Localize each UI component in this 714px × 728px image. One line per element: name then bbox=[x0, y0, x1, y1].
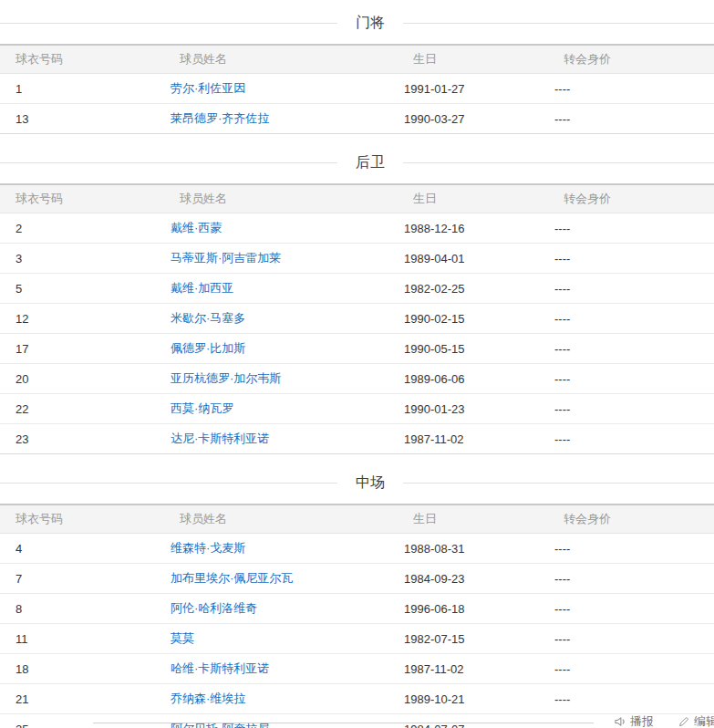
birthday-cell: 1990-03-27 bbox=[388, 104, 539, 134]
player-name-link[interactable]: 哈维·卡斯特利亚诺 bbox=[171, 661, 269, 675]
player-name-link[interactable]: 乔纳森·维埃拉 bbox=[171, 692, 245, 705]
player-name-cell: 戴维·加西亚 bbox=[155, 274, 388, 304]
jersey-number-cell: 23 bbox=[0, 424, 155, 454]
player-name-link[interactable]: 莫莫 bbox=[171, 631, 194, 645]
jersey-number-cell: 1 bbox=[0, 74, 155, 104]
section-header-defenders: 后卫 bbox=[0, 153, 714, 172]
transfer-value-cell: ---- bbox=[539, 684, 714, 714]
transfer-value-cell: ---- bbox=[539, 274, 714, 304]
birthday-cell: 1988-08-31 bbox=[388, 534, 539, 564]
player-name-link[interactable]: 阿伦·哈利洛维奇 bbox=[171, 601, 257, 615]
transfer-value-cell: ---- bbox=[539, 424, 714, 454]
player-name-cell: 加布里埃尔·佩尼亚尔瓦 bbox=[155, 564, 388, 594]
jersey-number-cell: 17 bbox=[0, 334, 155, 364]
player-name-link[interactable]: 加布里埃尔·佩尼亚尔瓦 bbox=[171, 571, 293, 585]
transfer-value-cell: ---- bbox=[539, 364, 714, 394]
col-header-transfer-value: 转会身价 bbox=[539, 504, 714, 534]
table-row: 13 莱昂德罗·齐齐佐拉 1990-03-27 ---- bbox=[0, 104, 714, 134]
defenders-table: 球衣号码 球员姓名 生日 转会身价 2 戴维·西蒙 1988-12-16 ---… bbox=[0, 183, 714, 454]
col-header-transfer-value: 转会身价 bbox=[539, 45, 714, 74]
transfer-value-cell: ---- bbox=[539, 74, 714, 104]
player-name-link[interactable]: 佩德罗·比加斯 bbox=[171, 341, 245, 355]
col-header-jersey-number: 球衣号码 bbox=[0, 504, 155, 534]
col-header-jersey-number: 球衣号码 bbox=[0, 45, 155, 74]
col-header-birthday: 生日 bbox=[388, 504, 539, 534]
table-header-row: 球衣号码 球员姓名 生日 转会身价 bbox=[0, 45, 714, 74]
divider-line bbox=[403, 483, 714, 484]
divider-line bbox=[0, 23, 337, 24]
jersey-number-cell: 3 bbox=[0, 244, 155, 274]
transfer-value-cell: ---- bbox=[539, 213, 714, 244]
player-name-link[interactable]: 达尼·卡斯特利亚诺 bbox=[171, 432, 269, 445]
jersey-number-cell: 4 bbox=[0, 534, 155, 564]
player-name-link[interactable]: 戴维·西蒙 bbox=[171, 221, 222, 234]
divider-line bbox=[0, 162, 337, 163]
table-row: 8 阿伦·哈利洛维奇 1996-06-18 ---- bbox=[0, 594, 714, 624]
table-row: 1 劳尔·利佐亚因 1991-01-27 ---- bbox=[0, 74, 714, 104]
section-actions: 播报 编辑 bbox=[614, 713, 714, 728]
transfer-value-cell: ---- bbox=[539, 624, 714, 654]
roster-content: 门将 球衣号码 球员姓名 生日 转会身价 1 劳尔·利佐亚因 1991-01-2… bbox=[0, 14, 714, 728]
player-name-cell: 阿尔贝托·阿奎拉尼 bbox=[155, 714, 388, 728]
transfer-value-cell: ---- bbox=[539, 394, 714, 424]
jersey-number-cell: 8 bbox=[0, 594, 155, 624]
jersey-number-cell: 11 bbox=[0, 624, 155, 654]
transfer-value-cell: ---- bbox=[539, 594, 714, 624]
broadcast-label: 播报 bbox=[630, 713, 654, 728]
divider-line bbox=[403, 162, 714, 163]
jersey-number-cell: 21 bbox=[0, 684, 155, 714]
player-name-link[interactable]: 维森特·戈麦斯 bbox=[171, 541, 245, 555]
divider-line bbox=[0, 483, 337, 484]
birthday-cell: 1984-09-23 bbox=[388, 564, 539, 594]
roster-page: 门将 球衣号码 球员姓名 生日 转会身价 1 劳尔·利佐亚因 1991-01-2… bbox=[0, 0, 714, 728]
player-name-cell: 达尼·卡斯特利亚诺 bbox=[155, 424, 388, 454]
player-name-cell: 马蒂亚斯·阿吉雷加莱 bbox=[155, 244, 388, 274]
jersey-number-cell: 25 bbox=[0, 714, 155, 728]
player-name-link[interactable]: 戴维·加西亚 bbox=[171, 281, 233, 295]
section-header-goalkeepers: 门将 bbox=[0, 14, 714, 32]
transfer-value-cell: ---- bbox=[539, 564, 714, 594]
player-name-link[interactable]: 西莫·纳瓦罗 bbox=[171, 401, 233, 415]
midfielders-table: 球衣号码 球员姓名 生日 转会身价 4 维森特·戈麦斯 1988-08-31 -… bbox=[0, 504, 714, 728]
edit-label: 编辑 bbox=[694, 713, 714, 728]
transfer-value-cell: ---- bbox=[539, 334, 714, 364]
birthday-cell: 1990-02-15 bbox=[388, 304, 539, 334]
birthday-cell: 1989-04-01 bbox=[388, 244, 539, 274]
edit-button[interactable]: 编辑 bbox=[678, 713, 714, 728]
section-title: 中场 bbox=[337, 473, 403, 493]
birthday-cell: 1990-05-15 bbox=[388, 334, 539, 364]
player-name-link[interactable]: 莱昂德罗·齐齐佐拉 bbox=[171, 111, 269, 125]
player-name-cell: 西莫·纳瓦罗 bbox=[155, 394, 388, 424]
player-name-link[interactable]: 劳尔·利佐亚因 bbox=[171, 81, 245, 95]
birthday-cell: 1987-11-02 bbox=[388, 654, 539, 684]
table-row: 25 阿尔贝托·阿奎拉尼 1984-07-07 ---- bbox=[0, 714, 714, 728]
table-row: 21 乔纳森·维埃拉 1989-10-21 ---- bbox=[0, 684, 714, 714]
transfer-value-cell: ---- bbox=[539, 534, 714, 564]
section-divider-line bbox=[93, 723, 594, 723]
jersey-number-cell: 2 bbox=[0, 213, 155, 244]
col-header-birthday: 生日 bbox=[388, 184, 539, 213]
table-row: 4 维森特·戈麦斯 1988-08-31 ---- bbox=[0, 534, 714, 564]
player-name-cell: 佩德罗·比加斯 bbox=[155, 334, 388, 364]
jersey-number-cell: 22 bbox=[0, 394, 155, 424]
player-name-cell: 哈维·卡斯特利亚诺 bbox=[155, 654, 388, 684]
transfer-value-cell: ---- bbox=[539, 304, 714, 334]
birthday-cell: 1988-12-16 bbox=[388, 213, 539, 244]
player-name-link[interactable]: 米歇尔·马塞多 bbox=[171, 311, 245, 325]
player-name-link[interactable]: 马蒂亚斯·阿吉雷加莱 bbox=[171, 251, 281, 265]
table-row: 12 米歇尔·马塞多 1990-02-15 ---- bbox=[0, 304, 714, 334]
player-name-link[interactable]: 亚历杭德罗·加尔韦斯 bbox=[171, 371, 281, 385]
goalkeepers-table: 球衣号码 球员姓名 生日 转会身价 1 劳尔·利佐亚因 1991-01-27 -… bbox=[0, 44, 714, 134]
jersey-number-cell: 20 bbox=[0, 364, 155, 394]
table-row: 23 达尼·卡斯特利亚诺 1987-11-02 ---- bbox=[0, 424, 714, 454]
transfer-value-cell: ---- bbox=[539, 104, 714, 134]
player-name-cell: 莫莫 bbox=[155, 624, 388, 654]
birthday-cell: 1989-06-06 bbox=[388, 364, 539, 394]
birthday-cell: 1991-01-27 bbox=[388, 74, 539, 104]
broadcast-button[interactable]: 播报 bbox=[614, 713, 654, 728]
jersey-number-cell: 13 bbox=[0, 104, 155, 134]
pencil-icon bbox=[678, 715, 690, 728]
player-name-cell: 乔纳森·维埃拉 bbox=[155, 684, 388, 714]
jersey-number-cell: 7 bbox=[0, 564, 155, 594]
birthday-cell: 1982-07-15 bbox=[388, 624, 539, 654]
